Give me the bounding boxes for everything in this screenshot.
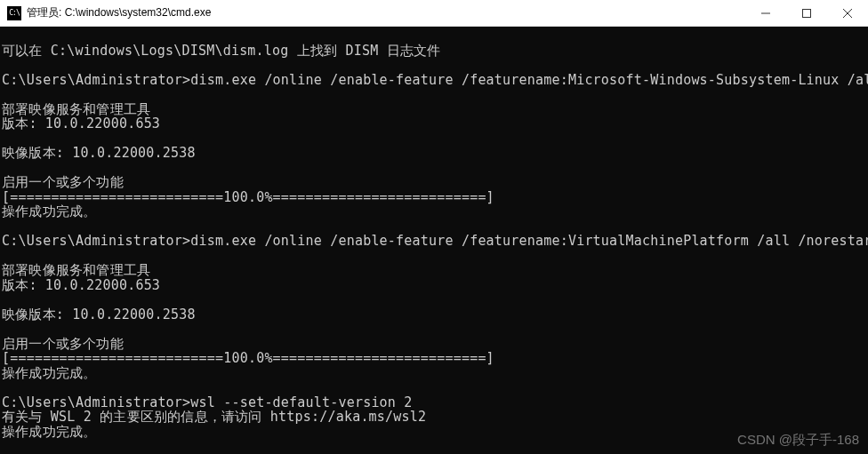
terminal-line (2, 28, 866, 44)
titlebar: C:\ 管理员: C:\windows\system32\cmd.exe (0, 0, 868, 27)
terminal-line: 操作成功完成。 (2, 366, 866, 381)
terminal-line (2, 131, 866, 147)
terminal-line: 映像版本: 10.0.22000.2538 (2, 146, 866, 161)
minimize-button[interactable] (745, 0, 786, 26)
terminal-line: 操作成功完成。 (2, 425, 866, 440)
terminal-line: 操作成功完成。 (2, 204, 866, 219)
terminal-line (2, 219, 866, 235)
close-button[interactable] (827, 0, 868, 26)
cmd-icon: C:\ (7, 6, 21, 20)
terminal-line (2, 249, 866, 264)
maximize-button[interactable] (786, 0, 827, 26)
terminal-line (2, 322, 866, 337)
terminal-line: 可以在 C:\windows\Logs\DISM\dism.log 上找到 DI… (2, 44, 866, 59)
terminal-line: 启用一个或多个功能 (2, 337, 866, 352)
terminal-line: 部署映像服务和管理工具 (2, 102, 866, 117)
terminal-output[interactable]: 可以在 C:\windows\Logs\DISM\dism.log 上找到 DI… (0, 27, 868, 454)
terminal-line: [==========================100.0%=======… (2, 351, 866, 366)
terminal-line: 有关与 WSL 2 的主要区别的信息，请访问 https://aka.ms/ws… (2, 410, 866, 425)
terminal-line: C:\Users\Administrator>dism.exe /online … (2, 234, 866, 249)
terminal-line: [==========================100.0%=======… (2, 190, 866, 205)
cmd-icon-label: C:\ (9, 9, 19, 17)
terminal-line (2, 380, 866, 395)
terminal-line (2, 87, 866, 102)
terminal-line: C:\Users\Administrator>dism.exe /online … (2, 73, 866, 88)
terminal-line: C:\Users\Administrator>wsl --set-default… (2, 395, 866, 410)
terminal-line: 版本: 10.0.22000.653 (2, 116, 866, 131)
terminal-line: 映像版本: 10.0.22000.2538 (2, 307, 866, 323)
window-controls (745, 0, 868, 26)
terminal-line (2, 161, 866, 176)
terminal-line: 部署映像服务和管理工具 (2, 263, 866, 278)
window-title: 管理员: C:\windows\system32\cmd.exe (27, 5, 745, 20)
terminal-line: 启用一个或多个功能 (2, 175, 866, 190)
terminal-line: 版本: 10.0.22000.653 (2, 278, 866, 293)
terminal-line (2, 58, 866, 73)
terminal-line (2, 439, 866, 454)
svg-rect-1 (803, 9, 811, 17)
terminal-line (2, 292, 866, 307)
